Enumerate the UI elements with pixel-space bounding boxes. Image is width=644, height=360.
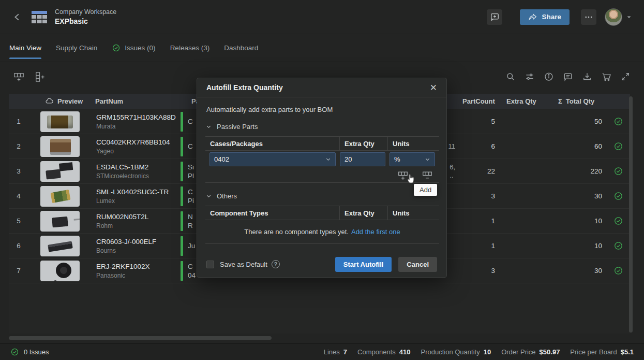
part-preview-image[interactable] xyxy=(40,186,80,207)
sigma-icon: Σ xyxy=(558,97,562,105)
part-preview-image[interactable] xyxy=(40,261,80,281)
part-preview-image[interactable] xyxy=(40,161,80,182)
account-menu-caret[interactable] xyxy=(624,10,634,24)
filter-button[interactable] xyxy=(523,70,536,83)
back-button[interactable] xyxy=(10,10,25,24)
download-icon xyxy=(582,71,592,82)
total-qty: 30 xyxy=(554,184,606,208)
extra-qty-input[interactable] xyxy=(345,155,381,163)
part-preview-image[interactable] xyxy=(40,211,80,232)
total-qty: 10 xyxy=(554,234,606,258)
info-button[interactable] xyxy=(543,70,555,83)
info-icon xyxy=(544,71,554,82)
part-number: CC0402KRX7R6BB104 xyxy=(96,138,170,146)
part-number: GRM155R71H103KA88D xyxy=(96,113,176,121)
stat-price-per-board: Price per Board$5.1 xyxy=(570,348,634,356)
more-options-button[interactable] xyxy=(581,9,596,25)
passive-parts-section-toggle[interactable]: Passive Parts xyxy=(206,123,258,131)
extra-qty-cell[interactable] xyxy=(502,159,554,183)
status-check-icon xyxy=(613,166,623,176)
add-column-icon xyxy=(34,71,46,83)
feedback-button[interactable] xyxy=(487,9,502,25)
start-autofill-button[interactable]: Start Autofill xyxy=(335,257,392,272)
part-count: 22 xyxy=(458,159,502,183)
tab-releases[interactable]: Releases (3) xyxy=(170,34,210,62)
extra-qty-cell[interactable] xyxy=(502,234,554,258)
check-circle-icon xyxy=(10,348,19,356)
extra-qty-cell[interactable] xyxy=(502,258,554,283)
vertical-scrollbar[interactable] xyxy=(629,96,633,333)
add-first-one-link[interactable]: Add the first one xyxy=(351,228,400,236)
download-button[interactable] xyxy=(581,70,593,83)
close-button[interactable]: ✕ xyxy=(430,83,437,92)
part-preview-image[interactable] xyxy=(40,136,80,157)
part-preview-image[interactable] xyxy=(40,236,80,256)
status-check-icon xyxy=(613,241,623,251)
header-preview[interactable]: Preview xyxy=(28,94,91,109)
extra-qty-cell[interactable] xyxy=(502,184,554,208)
stat-lines: Lines7 xyxy=(324,348,347,356)
row-number: 5 xyxy=(9,209,28,233)
part-count: 5 xyxy=(458,109,502,134)
add-row-button[interactable] xyxy=(397,169,409,182)
cancel-button[interactable]: Cancel xyxy=(398,257,437,272)
autofill-extra-quantity-dialog: Autofill Extra Quantity ✕ Automatically … xyxy=(197,78,447,278)
cart-button[interactable] xyxy=(600,70,612,83)
availability-bar xyxy=(181,186,183,206)
col-component-types: Component Types xyxy=(205,206,339,220)
tab-main-view[interactable]: Main View xyxy=(9,34,41,62)
units-select[interactable]: % xyxy=(390,152,435,166)
col-extra-qty: Extra Qty xyxy=(339,137,387,150)
app-header: Company Workspace EXPbasic Share xyxy=(0,0,644,34)
extra-qty-cell[interactable] xyxy=(502,134,554,159)
help-icon[interactable]: ? xyxy=(272,260,280,268)
horizontal-scrollbar[interactable] xyxy=(9,336,272,340)
availability-bar xyxy=(181,236,183,256)
availability-bar xyxy=(181,211,183,231)
availability-bar xyxy=(181,261,183,281)
manufacturer: Bourns xyxy=(96,247,116,254)
save-as-default-checkbox[interactable] xyxy=(206,261,214,268)
header-total-qty[interactable]: Σ Total Qty xyxy=(554,94,606,109)
remove-row-button[interactable] xyxy=(422,169,433,182)
part-count: 6 xyxy=(458,134,502,159)
search-button[interactable] xyxy=(504,70,517,83)
add-row-button[interactable] xyxy=(12,70,25,83)
chevron-left-icon xyxy=(12,11,23,23)
part-count: 1 xyxy=(458,209,502,233)
share-button[interactable]: Share xyxy=(520,9,570,25)
avatar[interactable] xyxy=(605,8,622,26)
manufacturer: Lumex xyxy=(96,197,115,205)
add-column-button[interactable] xyxy=(33,70,46,83)
row-number: 4 xyxy=(9,184,28,208)
others-section-toggle[interactable]: Others xyxy=(206,192,237,200)
manufacturer: Rohm xyxy=(96,222,113,229)
empty-state-text: There are no component types yet. xyxy=(244,228,349,236)
manufacturer: Murata xyxy=(96,123,115,130)
header-partnum[interactable]: PartNum xyxy=(91,94,178,109)
comments-button[interactable] xyxy=(562,70,574,83)
tab-dashboard[interactable]: Dashboard xyxy=(224,34,258,62)
share-label: Share xyxy=(542,13,561,21)
tab-issues[interactable]: Issues (0) xyxy=(112,34,155,62)
header-row-number xyxy=(9,94,28,109)
save-as-default-label: Save as Default xyxy=(220,261,267,268)
app-window: Company Workspace EXPbasic Share Main Vi… xyxy=(0,0,644,360)
header-extra-qty[interactable]: Extra Qty xyxy=(502,94,554,109)
part-number: ERJ-2RKF1002X xyxy=(96,263,150,270)
extra-qty-cell[interactable] xyxy=(502,109,554,134)
add-row-icon xyxy=(13,71,25,83)
availability-bar xyxy=(181,112,183,132)
tab-bar: Main View Supply Chain Issues (0) Releas… xyxy=(0,34,644,62)
case-package-select[interactable]: 0402 xyxy=(209,152,336,166)
manufacturer: Yageo xyxy=(96,148,114,155)
header-partcount[interactable]: PartCount xyxy=(458,94,502,109)
fullscreen-button[interactable] xyxy=(619,70,632,83)
issues-count[interactable]: 0 Issues xyxy=(24,348,49,356)
part-preview-image[interactable] xyxy=(40,111,80,132)
extra-qty-cell[interactable] xyxy=(502,209,554,233)
availability-bar xyxy=(181,137,183,156)
tab-supply-chain[interactable]: Supply Chain xyxy=(56,34,97,62)
total-qty: 10 xyxy=(554,209,606,233)
chevron-down-icon xyxy=(626,14,632,20)
